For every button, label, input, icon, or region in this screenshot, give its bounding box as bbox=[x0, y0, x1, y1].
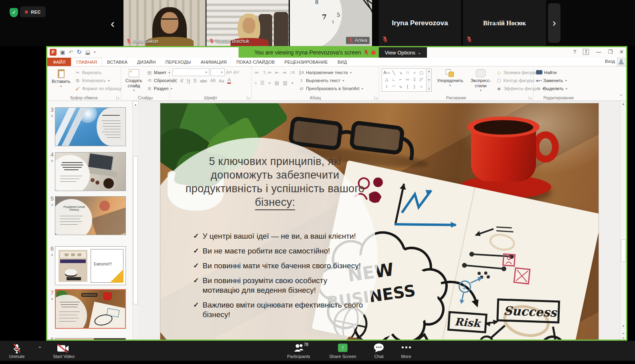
strikethrough-button[interactable]: abc bbox=[200, 78, 207, 83]
align-left-icon[interactable]: ⫞ bbox=[254, 80, 257, 86]
next-slide-button[interactable]: ⏷ bbox=[621, 336, 626, 340]
justify-icon[interactable]: ▤ bbox=[275, 80, 279, 86]
video-tile-vitalii-nosiuk[interactable]: Віталій Носюк bbox=[463, 0, 546, 46]
dialog-launcher-icon[interactable]: ↘ bbox=[529, 96, 532, 99]
change-case-button[interactable]: Аа bbox=[219, 78, 224, 83]
decrease-indent-icon[interactable]: ⇤ bbox=[275, 70, 279, 75]
zoom-top-video-strip: ✓ REC ‹ Alina Sakun Ruslan Boichuk 8 bbox=[0, 0, 635, 46]
tab-transitions[interactable]: ПЕРЕХОДЫ bbox=[160, 58, 196, 66]
text-direction-button[interactable]: ∥AНаправление текста▼ bbox=[299, 68, 364, 76]
shapes-gallery-scroll[interactable]: ▲▼⊻ bbox=[427, 68, 432, 92]
columns-icon[interactable]: ▥ bbox=[283, 80, 287, 86]
previous-slide-button[interactable]: ⏶ bbox=[621, 332, 626, 336]
new-slide-button[interactable]: Создать слайд ▼ bbox=[123, 68, 144, 93]
increase-font-icon[interactable]: A˄ bbox=[226, 70, 232, 75]
close-button[interactable]: ✕ bbox=[619, 49, 624, 55]
account-avatar[interactable] bbox=[617, 58, 625, 66]
font-size-select[interactable]: ▼ bbox=[210, 68, 225, 76]
tab-file[interactable]: ФАЙЛ bbox=[47, 58, 71, 66]
shapes-gallery[interactable]: A▭╲↘□○▢ △∟⌐⇨⇩◸ ⌇◠∿{}☆ bbox=[382, 68, 427, 92]
start-slideshow-icon[interactable]: ⬓ bbox=[85, 49, 90, 55]
tab-insert[interactable]: ВСТАВКА bbox=[102, 58, 132, 66]
next-participants-chevron-icon[interactable]: › bbox=[548, 3, 560, 43]
ribbon-display-options-button[interactable]: ↥ bbox=[583, 49, 589, 55]
animation-star-icon: ✶ bbox=[50, 203, 55, 207]
copy-button[interactable]: ⧉Копировать▼ bbox=[75, 76, 122, 84]
more-button[interactable]: More bbox=[388, 341, 424, 361]
bold-button[interactable]: Ж bbox=[172, 78, 177, 84]
video-tile-ruslan-boichuk[interactable]: Ruslan Boichuk bbox=[206, 0, 289, 46]
dialog-launcher-icon[interactable]: ↘ bbox=[374, 96, 378, 99]
redo-icon[interactable]: ↻ bbox=[77, 48, 82, 56]
align-right-icon[interactable]: ⫟ bbox=[268, 80, 271, 86]
dialog-launcher-icon[interactable]: ↘ bbox=[247, 96, 250, 99]
bullets-icon[interactable]: ≔ bbox=[254, 70, 259, 75]
scroll-down-arrow-icon[interactable]: ▼ bbox=[621, 324, 626, 328]
reset-button[interactable]: ⟲Сбросить bbox=[147, 76, 174, 84]
quick-styles-button[interactable]: Экспресс-стили ▼ bbox=[468, 68, 493, 93]
collapse-ribbon-chevron-icon[interactable]: ⌃ bbox=[619, 94, 623, 99]
align-center-icon[interactable]: ☰ bbox=[260, 80, 265, 86]
character-spacing-button[interactable]: АВ bbox=[210, 78, 216, 83]
smartart-button[interactable]: ⇄Преобразовать в SmartArt▼ bbox=[299, 84, 364, 93]
undo-icon[interactable]: ↶ bbox=[69, 49, 73, 55]
dialog-launcher-icon[interactable]: ↘ bbox=[116, 96, 119, 99]
editor-scrollbar-thumb[interactable] bbox=[621, 239, 626, 262]
align-text-button[interactable]: ⇳Выровнять текст▼ bbox=[299, 76, 364, 84]
decrease-font-icon[interactable]: A˅ bbox=[233, 70, 239, 75]
replace-button[interactable]: ab↦Заменить▼ bbox=[536, 76, 581, 84]
video-tile-alina-sakun[interactable]: Alina Sakun bbox=[123, 0, 206, 46]
paste-button[interactable]: Вставить ▼ bbox=[50, 68, 73, 93]
thumbnail-scrollbar[interactable]: ▲ bbox=[132, 101, 138, 340]
restore-button[interactable]: ❐ bbox=[608, 49, 613, 55]
italic-button[interactable]: К bbox=[180, 78, 184, 84]
slide-thumbnail-4[interactable] bbox=[55, 152, 126, 191]
find-button[interactable]: Найти bbox=[536, 68, 581, 76]
new-slide-label: Создать слайд bbox=[125, 78, 142, 88]
tab-view[interactable]: ВИД bbox=[333, 58, 352, 66]
tab-slideshow[interactable]: ПОКАЗ СЛАЙДОВ bbox=[232, 58, 280, 66]
slide-thumbnail-8[interactable] bbox=[55, 338, 126, 340]
save-icon[interactable]: ▣ bbox=[60, 49, 65, 55]
cut-button[interactable]: ✂Вырезать bbox=[75, 68, 122, 76]
thumbnail-scrollbar-thumb[interactable] bbox=[133, 156, 138, 304]
share-screen-button[interactable]: ↑ Share Screen bbox=[325, 341, 361, 361]
scroll-up-arrow-icon[interactable]: ▲ bbox=[621, 101, 626, 107]
numbering-icon[interactable]: ⒈≔ bbox=[262, 69, 272, 76]
tab-design[interactable]: ДИЗАЙН bbox=[132, 58, 160, 66]
tab-home[interactable]: ГЛАВНАЯ bbox=[71, 58, 102, 66]
font-name-select[interactable]: ▼ bbox=[172, 68, 209, 76]
security-shield-icon[interactable]: ✓ bbox=[10, 8, 18, 17]
participants-button[interactable]: 78 Participants bbox=[281, 341, 317, 361]
minimize-button[interactable]: — bbox=[596, 49, 601, 55]
tab-animations[interactable]: АНИМАЦИЯ bbox=[196, 58, 231, 66]
font-color-button[interactable]: А bbox=[227, 78, 231, 84]
previous-participants-chevron-icon[interactable]: ‹ bbox=[111, 18, 115, 30]
audio-options-chevron-icon[interactable]: ⌃ bbox=[38, 346, 42, 352]
video-tile-iryna-perevozova[interactable]: Iryna Perevozova bbox=[379, 0, 461, 46]
increase-indent-icon[interactable]: ⇥ bbox=[282, 70, 286, 75]
view-options-button[interactable]: View Options ⌄ bbox=[379, 47, 427, 58]
tab-review[interactable]: РЕЦЕНЗИРОВАНИЕ bbox=[279, 58, 333, 66]
section-button[interactable]: ≣Раздел▼ bbox=[147, 84, 174, 93]
slide-thumbnail-5[interactable]: Розуміння основ бізнесу bbox=[55, 196, 126, 235]
current-slide-canvas[interactable]: NEW BUSINESS $ Success bbox=[160, 103, 599, 340]
slide-thumbnail-6[interactable]: Емпатія!!! bbox=[55, 246, 126, 285]
sign-in-link[interactable]: Вход bbox=[605, 59, 615, 64]
powerpoint-logo-icon[interactable]: P bbox=[50, 49, 57, 56]
video-tile-alina[interactable]: 8 7 1 5 4 Аліна bbox=[290, 0, 372, 46]
slide-thumbnail-3[interactable] bbox=[55, 107, 126, 146]
format-painter-button[interactable]: 🖌Формат по образцу bbox=[75, 84, 122, 93]
select-button[interactable]: ⇖Выделить▼ bbox=[536, 84, 581, 93]
arrange-label: Упорядочить bbox=[437, 78, 463, 83]
arrange-button[interactable]: Упорядочить ▼ bbox=[435, 68, 465, 93]
editor-vertical-scrollbar[interactable]: ▲ ▼ ⏶ ⏷ bbox=[620, 101, 626, 340]
underline-button[interactable]: Ч bbox=[186, 78, 190, 84]
slide-thumbnail-7-selected[interactable] bbox=[55, 289, 126, 329]
start-video-label: Start Video bbox=[47, 354, 81, 359]
text-shadow-button[interactable]: S bbox=[193, 78, 197, 84]
line-spacing-icon[interactable]: ↕≡ bbox=[289, 70, 295, 75]
help-button[interactable]: ? bbox=[573, 49, 576, 55]
layout-button[interactable]: ▤Макет▼ bbox=[147, 68, 174, 76]
customize-quick-access-icon[interactable]: ▾ bbox=[94, 50, 96, 54]
